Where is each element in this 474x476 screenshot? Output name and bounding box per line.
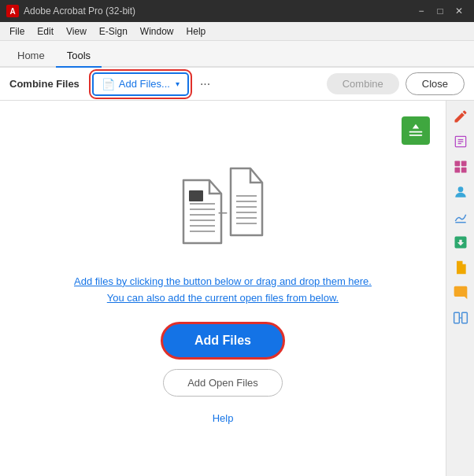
compress-sidebar-icon[interactable] <box>450 231 472 253</box>
description-text: Add files by clicking the button below o… <box>74 274 372 307</box>
title-bar: A Adobe Acrobat Pro (32-bit) − □ ✕ <box>0 0 474 22</box>
maximize-button[interactable]: □ <box>431 4 449 18</box>
window-controls: − □ ✕ <box>413 4 468 18</box>
svg-rect-22 <box>461 161 466 167</box>
more-button[interactable]: ··· <box>195 74 215 94</box>
menu-window[interactable]: Window <box>134 24 180 39</box>
svg-point-25 <box>457 186 463 192</box>
desc-line2-prefix: You can also add the <box>107 292 206 304</box>
svg-rect-2 <box>409 135 423 136</box>
minimize-button[interactable]: − <box>413 4 430 18</box>
add-open-files-button[interactable]: Add Open Files <box>163 369 283 397</box>
svg-rect-24 <box>461 168 466 173</box>
compress-green-icon[interactable] <box>402 116 430 145</box>
toolbar: Combine Files 📄 Add Files... ▾ ··· Combi… <box>0 68 474 101</box>
svg-rect-21 <box>454 161 460 167</box>
desc-line2-suffix: from below. <box>283 292 339 304</box>
combine-button: Combine <box>327 73 399 94</box>
organize-sidebar-icon[interactable] <box>450 156 472 178</box>
add-files-main-button[interactable]: Add Files <box>161 322 285 360</box>
add-files-arrow-icon: ▾ <box>176 79 180 88</box>
add-files-toolbar-label: Add Files... <box>119 78 170 90</box>
svg-rect-29 <box>461 312 467 323</box>
compare-sidebar-icon[interactable] <box>450 307 472 329</box>
edit-pdf-sidebar-icon[interactable] <box>450 131 472 153</box>
menu-help[interactable]: Help <box>180 24 213 39</box>
compress-svg-icon <box>408 123 424 138</box>
svg-text:−: − <box>218 203 228 223</box>
svg-rect-23 <box>454 168 460 173</box>
sidebar-right <box>446 101 474 476</box>
help-link[interactable]: Help <box>213 412 234 424</box>
app-title: Adobe Acrobat Pro (32-bit) <box>24 6 135 17</box>
send-sidebar-icon[interactable] <box>450 181 472 203</box>
file-illustration: − <box>160 153 286 255</box>
menu-view[interactable]: View <box>60 24 93 39</box>
signature-sidebar-icon[interactable] <box>450 206 472 228</box>
tab-home[interactable]: Home <box>6 45 56 68</box>
svg-rect-15 <box>189 190 203 201</box>
tab-tools[interactable]: Tools <box>56 45 102 68</box>
desc-link[interactable]: current open files <box>205 292 283 304</box>
menu-edit[interactable]: Edit <box>31 24 60 39</box>
toolbar-title: Combine Files <box>9 78 80 90</box>
content-area: − Add files by clicking the button below… <box>0 101 446 476</box>
nav-tabs: Home Tools <box>0 41 474 68</box>
menu-file[interactable]: File <box>3 24 31 39</box>
menu-bar: File Edit View E-Sign Window Help <box>0 22 474 41</box>
svg-marker-1 <box>413 124 419 129</box>
fill-sign-sidebar-icon[interactable] <box>450 105 472 127</box>
export-sidebar-icon[interactable] <box>450 256 472 279</box>
svg-rect-28 <box>454 312 459 323</box>
close-window-button[interactable]: ✕ <box>450 4 468 18</box>
svg-rect-0 <box>409 131 423 133</box>
add-files-icon: 📄 <box>102 78 115 90</box>
desc-line1: Add files by clicking the button below o… <box>74 275 372 287</box>
comment-sidebar-icon[interactable] <box>450 282 472 304</box>
close-panel-button[interactable]: Close <box>405 72 465 95</box>
main-area: − Add files by clicking the button below… <box>0 101 474 476</box>
files-svg: − <box>160 153 286 255</box>
app-icon: A <box>6 5 19 17</box>
menu-esign[interactable]: E-Sign <box>93 24 134 39</box>
add-files-toolbar-button[interactable]: 📄 Add Files... ▾ <box>92 72 189 96</box>
